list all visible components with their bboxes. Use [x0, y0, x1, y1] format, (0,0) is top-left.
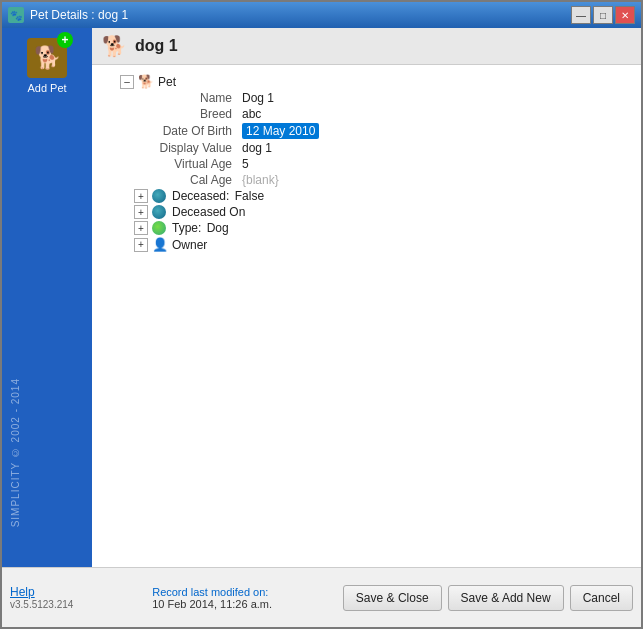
title-bar: 🐾 Pet Details : dog 1 — □ ✕: [2, 2, 641, 28]
bottom-left: Help v3.5.5123.214: [10, 585, 73, 610]
deceased-row: + Deceased: False: [100, 188, 633, 204]
window-title: Pet Details : dog 1: [30, 8, 128, 22]
help-link[interactable]: Help: [10, 585, 73, 599]
deceased-expand-btn[interactable]: +: [134, 189, 148, 203]
modified-date: 10 Feb 2014, 11:26 a.m.: [152, 598, 272, 610]
right-panel: 🐕 dog 1 – 🐕 Pet Name Dog 1: [92, 28, 641, 567]
title-bar-controls: — □ ✕: [571, 6, 635, 24]
save-close-button[interactable]: Save & Close: [343, 585, 442, 611]
help-version: Help v3.5.5123.214: [10, 585, 73, 610]
close-button[interactable]: ✕: [615, 6, 635, 24]
type-expand-btn[interactable]: +: [134, 221, 148, 235]
main-content: 🐕 + Add Pet SIMPLICITY © 2002 - 2014 🐕 d…: [2, 28, 641, 567]
dob-field-row: Date Of Birth 12 May 2010: [100, 122, 633, 140]
pet-header-icon: 🐕: [102, 34, 127, 58]
cal-age-field-row: Cal Age {blank}: [100, 172, 633, 188]
name-field-row: Name Dog 1: [100, 90, 633, 106]
minimize-button[interactable]: —: [571, 6, 591, 24]
cal-age-value: {blank}: [242, 173, 279, 187]
app-icon: 🐾: [8, 7, 24, 23]
display-value: dog 1: [242, 141, 272, 155]
display-label: Display Value: [152, 141, 232, 155]
owner-expand-btn[interactable]: +: [134, 238, 148, 252]
cal-age-label: Cal Age: [152, 173, 232, 187]
pet-node-icon: 🐕: [138, 74, 154, 89]
pet-header-name: dog 1: [135, 37, 178, 55]
owner-row: + 👤 Owner: [100, 236, 633, 253]
dob-value: 12 May 2010: [242, 123, 319, 139]
modified-heading: Record last modifed on:: [152, 586, 272, 598]
breed-label: Breed: [152, 107, 232, 121]
add-pet-area[interactable]: 🐕 + Add Pet: [27, 38, 67, 94]
name-label: Name: [152, 91, 232, 105]
tree-area: – 🐕 Pet Name Dog 1 Breed abc: [92, 65, 641, 567]
globe-icon-type: [152, 221, 166, 235]
name-value: Dog 1: [242, 91, 274, 105]
cancel-button[interactable]: Cancel: [570, 585, 633, 611]
breed-value: abc: [242, 107, 261, 121]
modified-info: Record last modifed on: 10 Feb 2014, 11:…: [152, 586, 272, 610]
pet-node-label: Pet: [158, 75, 176, 89]
bottom-bar: Help v3.5.5123.214 Record last modifed o…: [2, 567, 641, 627]
sidebar: 🐕 + Add Pet SIMPLICITY © 2002 - 2014: [2, 28, 92, 567]
deceased-on-row: + Deceased On: [100, 204, 633, 220]
maximize-button[interactable]: □: [593, 6, 613, 24]
display-field-row: Display Value dog 1: [100, 140, 633, 156]
dob-label: Date Of Birth: [152, 124, 232, 138]
title-bar-left: 🐾 Pet Details : dog 1: [8, 7, 128, 23]
add-pet-label: Add Pet: [27, 82, 66, 94]
virtual-age-value: 5: [242, 157, 249, 171]
pet-section-node: – 🐕 Pet Name Dog 1 Breed abc: [100, 73, 633, 253]
pet-section-row: – 🐕 Pet: [100, 73, 633, 90]
virtual-age-field-row: Virtual Age 5: [100, 156, 633, 172]
type-label: Type: Dog: [172, 221, 229, 235]
add-pet-icon-wrap: 🐕 +: [27, 38, 67, 78]
owner-icon: 👤: [152, 237, 168, 252]
pet-expand-btn[interactable]: –: [120, 75, 134, 89]
bottom-buttons: Save & Close Save & Add New Cancel: [343, 585, 633, 611]
sidebar-watermark: SIMPLICITY © 2002 - 2014: [10, 378, 21, 527]
owner-label: Owner: [172, 238, 207, 252]
main-window: 🐾 Pet Details : dog 1 — □ ✕ 🐕 + Add Pet …: [0, 0, 643, 629]
globe-icon-deceased: [152, 189, 166, 203]
deceased-label: Deceased: False: [172, 189, 264, 203]
plus-icon: +: [57, 32, 73, 48]
version-label: v3.5.5123.214: [10, 599, 73, 610]
breed-field-row: Breed abc: [100, 106, 633, 122]
type-row: + Type: Dog: [100, 220, 633, 236]
deceased-on-label: Deceased On: [172, 205, 245, 219]
pet-header: 🐕 dog 1: [92, 28, 641, 65]
virtual-age-label: Virtual Age: [152, 157, 232, 171]
deceased-on-expand-btn[interactable]: +: [134, 205, 148, 219]
save-add-button[interactable]: Save & Add New: [448, 585, 564, 611]
globe-icon-deceased-on: [152, 205, 166, 219]
